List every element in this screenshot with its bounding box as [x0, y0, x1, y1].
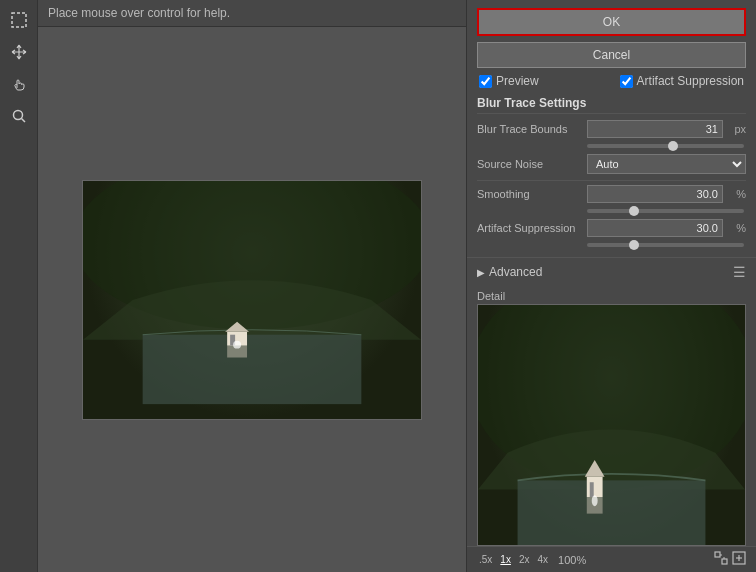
cancel-button[interactable]: Cancel: [477, 42, 746, 68]
detail-label: Detail: [467, 286, 756, 304]
top-bar: Place mouse over control for help.: [38, 0, 466, 27]
source-noise-select[interactable]: Auto Low Medium High: [587, 154, 746, 174]
svg-rect-18: [722, 559, 727, 564]
zoom-2x-button[interactable]: 2x: [517, 554, 532, 565]
svg-rect-12: [587, 477, 603, 497]
blur-trace-bounds-input[interactable]: [587, 120, 723, 138]
svg-rect-11: [518, 480, 706, 545]
help-text: Place mouse over control for help.: [48, 6, 230, 20]
advanced-title: Advanced: [489, 265, 733, 279]
source-noise-row: Source Noise Auto Low Medium High: [477, 154, 746, 174]
artifact-suppression-slider-row: [477, 243, 746, 251]
smoothing-slider-thumb[interactable]: [629, 206, 639, 216]
preview-label[interactable]: Preview: [496, 74, 539, 88]
artifact-suppression-label[interactable]: Artifact Suppression: [637, 74, 744, 88]
zoom-bar: .5x 1x 2x 4x 100%: [467, 546, 756, 572]
blur-trace-bounds-slider-row: [477, 144, 746, 152]
zoom-reset-button[interactable]: [732, 551, 746, 568]
ok-button[interactable]: OK: [477, 8, 746, 36]
smoothing-slider-row: [477, 209, 746, 217]
canvas-area: [38, 27, 466, 572]
preview-checkbox[interactable]: [479, 75, 492, 88]
blur-trace-bounds-row: Blur Trace Bounds px: [477, 120, 746, 138]
tool-marquee[interactable]: [5, 6, 33, 34]
smoothing-row: Smoothing %: [477, 185, 746, 203]
tool-zoom[interactable]: [5, 102, 33, 130]
artifact-suppression-row-label: Artifact Suppression: [477, 222, 587, 234]
blur-trace-bounds-slider-thumb[interactable]: [668, 141, 678, 151]
smoothing-unit: %: [726, 188, 746, 200]
svg-line-2: [21, 119, 25, 123]
artifact-suppression-unit: %: [726, 222, 746, 234]
artifact-suppression-slider-track[interactable]: [587, 243, 744, 247]
blur-trace-settings: Blur Trace Settings Blur Trace Bounds px…: [467, 96, 756, 257]
svg-rect-0: [12, 13, 26, 27]
advanced-triangle-icon: ▶: [477, 267, 485, 278]
zoom-0.5x-button[interactable]: .5x: [477, 554, 494, 565]
zoom-1x-button[interactable]: 1x: [498, 554, 513, 565]
checkboxes-row: Preview Artifact Suppression: [477, 74, 746, 88]
svg-point-9: [233, 340, 241, 348]
smoothing-input[interactable]: [587, 185, 723, 203]
canvas-image-content: [83, 181, 421, 419]
blur-trace-bounds-label: Blur Trace Bounds: [477, 123, 587, 135]
svg-rect-4: [143, 334, 362, 403]
source-noise-label: Source Noise: [477, 158, 587, 170]
detail-image-content: [478, 305, 745, 545]
artifact-suppression-checkbox[interactable]: [620, 75, 633, 88]
tool-move[interactable]: [5, 38, 33, 66]
preview-checkbox-item: Preview: [479, 74, 539, 88]
zoom-fit-button[interactable]: [714, 551, 728, 568]
blur-trace-settings-title: Blur Trace Settings: [477, 96, 746, 114]
zoom-4x-button[interactable]: 4x: [535, 554, 550, 565]
artifact-suppression-checkbox-item: Artifact Suppression: [620, 74, 744, 88]
artifact-suppression-row: Artifact Suppression %: [477, 219, 746, 237]
left-toolbar: [0, 0, 38, 572]
detail-image[interactable]: [477, 304, 746, 546]
smoothing-slider-track[interactable]: [587, 209, 744, 213]
blur-trace-bounds-slider-track[interactable]: [587, 144, 744, 148]
svg-rect-14: [590, 482, 594, 497]
svg-point-16: [592, 495, 598, 506]
blur-trace-bounds-unit: px: [726, 123, 746, 135]
svg-rect-17: [715, 552, 720, 557]
advanced-menu-icon[interactable]: ☰: [733, 264, 746, 280]
right-panel-top: OK Cancel Preview Artifact Suppression: [467, 0, 756, 96]
advanced-section-header[interactable]: ▶ Advanced ☰: [467, 257, 756, 286]
zoom-percent: 100%: [558, 554, 586, 566]
smoothing-label: Smoothing: [477, 188, 587, 200]
svg-point-1: [13, 111, 22, 120]
artifact-suppression-input[interactable]: [587, 219, 723, 237]
main-area: Place mouse over control for help.: [38, 0, 466, 572]
tool-hand[interactable]: [5, 70, 33, 98]
main-canvas[interactable]: [82, 180, 422, 420]
divider-1: [477, 180, 746, 181]
right-panel: OK Cancel Preview Artifact Suppression B…: [466, 0, 756, 572]
artifact-suppression-slider-thumb[interactable]: [629, 240, 639, 250]
